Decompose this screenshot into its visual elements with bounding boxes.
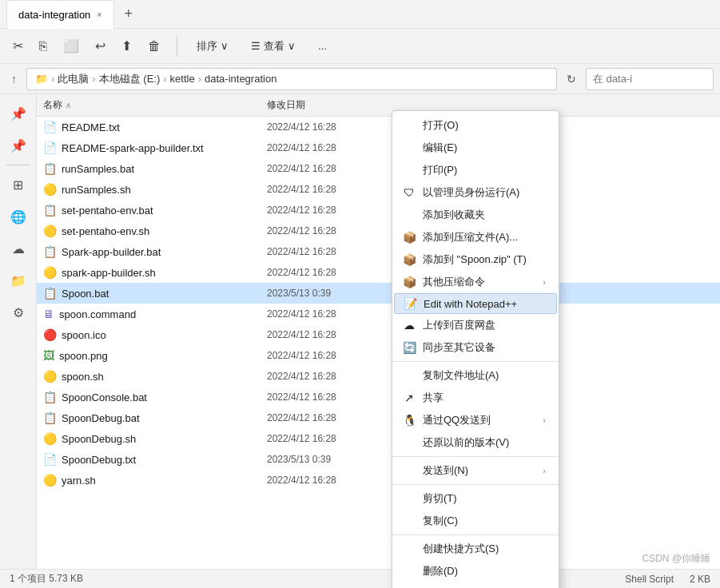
context-menu-item[interactable]: 打开(O)	[392, 114, 559, 137]
refresh-btn[interactable]: ↻	[562, 70, 581, 88]
sidebar-folder2-icon[interactable]: 📁	[6, 268, 31, 293]
sidebar-cloud-icon[interactable]: ☁	[6, 236, 31, 261]
paste-icon[interactable]: ⬜	[60, 35, 82, 57]
file-label: spoon.command	[59, 308, 136, 320]
file-row[interactable]: 🟡 yarn.sh 2022/4/12 16:28	[37, 470, 720, 491]
file-name: 📄 SpoonDebug.txt	[37, 453, 261, 466]
crumb-current[interactable]: data-integration	[205, 73, 276, 85]
context-menu-item[interactable]: 📝Edit with Notepad++	[394, 293, 557, 314]
sidebar: 📌 📌 ⊞ 🌐 ☁ 📁 ⚙	[0, 94, 37, 569]
context-menu-item[interactable]: 删除(D)	[392, 560, 559, 582]
undo-icon[interactable]: ↩	[92, 35, 109, 57]
submenu-arrow-icon: ›	[543, 415, 546, 425]
sidebar-pin2-icon[interactable]: 📌	[6, 133, 31, 158]
file-row[interactable]: 📄 README.txt 2022/4/12 16:28	[37, 117, 720, 137]
status-type: Shell Script	[625, 574, 674, 585]
col-header-date[interactable]: 修改日期	[261, 98, 388, 112]
file-row[interactable]: 📋 set-pentaho-env.bat 2022/4/12 16:28	[37, 200, 720, 220]
ctx-item-label: 通过QQ发送到	[423, 413, 491, 427]
ctx-item-label: 其他压缩命令	[423, 275, 485, 289]
move-icon[interactable]: ⬆	[118, 35, 135, 57]
context-menu-item[interactable]: 📦添加到 "Spoon.zip" (T)	[392, 248, 559, 271]
file-date: 2022/4/12 16:28	[261, 184, 388, 195]
file-row[interactable]: 🔴 spoon.ico 2022/4/12 16:28	[37, 324, 720, 345]
up-btn[interactable]: ↑	[6, 70, 22, 88]
more-btn[interactable]: ...	[312, 37, 333, 55]
sort-arrow-icon: ∨	[221, 40, 229, 52]
crumb-computer[interactable]: 此电脑	[58, 72, 89, 86]
context-menu-item[interactable]: 剪切(T)	[392, 487, 559, 510]
sidebar-network-icon[interactable]: 🌐	[6, 204, 31, 229]
context-menu-item[interactable]: 🐧通过QQ发送到›	[392, 409, 559, 431]
file-row[interactable]: 📄 README-spark-app-builder.txt 2022/4/12…	[37, 137, 720, 158]
file-row[interactable]: 🟡 spoon.sh 2022/4/12 16:28	[37, 366, 720, 387]
context-menu-item[interactable]: 还原以前的版本(V)	[392, 431, 559, 454]
crumb-drive[interactable]: 本地磁盘 (E:)	[99, 72, 161, 86]
file-row[interactable]: 🟡 SpoonDebug.sh 2022/4/12 16:28	[37, 428, 720, 449]
file-pane: 名称 ∧ 修改日期 📄 README.txt 2022/4/12 16:28 📄…	[37, 94, 720, 569]
tab-close-btn[interactable]: ×	[97, 10, 101, 19]
file-icon: 📋	[43, 245, 57, 258]
view-arrow-icon: ∨	[288, 40, 296, 52]
file-name: 🟡 spark-app-builder.sh	[37, 266, 261, 279]
cut-icon[interactable]: ✂	[10, 35, 26, 57]
file-row[interactable]: 📋 Spark-app-builder.bat 2022/4/12 16:28	[37, 241, 720, 262]
sidebar-settings-icon[interactable]: ⚙	[6, 300, 31, 325]
file-date: 2022/4/12 16:28	[261, 391, 388, 403]
sidebar-expand-icon[interactable]: ⊞	[6, 172, 31, 197]
sidebar-pin-icon[interactable]: 📌	[6, 101, 31, 126]
file-row[interactable]: 🖥 spoon.command 2022/4/12 16:28	[37, 304, 720, 324]
context-menu-item[interactable]: 添加到收藏夹	[392, 204, 559, 226]
context-menu-item[interactable]: ↗共享	[392, 387, 559, 409]
file-name: 🖼 spoon.png	[37, 349, 261, 362]
sort-btn[interactable]: 排序 ∨	[190, 36, 235, 57]
file-label: spoon.ico	[62, 329, 106, 341]
ctx-item-label: 还原以前的版本(V)	[423, 435, 509, 450]
file-row[interactable]: 📋 SpoonConsole.bat 2022/4/12 16:28	[37, 387, 720, 407]
view-label: 查看	[264, 39, 284, 54]
context-menu-item[interactable]: ☁上传到百度网盘	[392, 314, 559, 336]
path-bar[interactable]: 📁 › 此电脑 › 本地磁盘 (E:) › kettle › data-inte…	[26, 68, 557, 90]
file-row[interactable]: 📋 runSamples.bat 2022/4/12 16:28	[37, 158, 720, 179]
ctx-item-label: 发送到(N)	[423, 463, 468, 478]
file-row[interactable]: 📄 SpoonDebug.txt 2023/5/13 0:39	[37, 449, 720, 470]
file-name: 🔴 spoon.ico	[37, 328, 261, 341]
context-menu-item[interactable]: 📦其他压缩命令›	[392, 271, 559, 293]
file-date: 2022/4/12 16:28	[261, 142, 388, 153]
view-btn[interactable]: ☰ 查看 ∨	[245, 36, 302, 57]
file-icon: 🟡	[43, 370, 57, 383]
col-header-name[interactable]: 名称 ∧	[37, 98, 261, 112]
file-name: 🟡 spoon.sh	[37, 370, 261, 383]
context-menu-item[interactable]: 复制文件地址(A)	[392, 364, 559, 387]
copy-icon[interactable]: ⎘	[36, 36, 50, 57]
crumb-kettle[interactable]: kettle	[170, 73, 195, 85]
context-menu-item[interactable]: 🔄同步至其它设备	[392, 336, 559, 359]
context-menu-item[interactable]: 打印(P)	[392, 159, 559, 181]
file-row[interactable]: 📋 Spoon.bat 2023/5/13 0:39	[37, 283, 720, 304]
file-icon: 🟡	[43, 224, 57, 237]
toolbar-separator-1	[177, 37, 177, 56]
context-menu-item[interactable]: 重命名(M)	[392, 582, 559, 588]
active-tab[interactable]: data-integration ×	[6, 0, 114, 29]
context-menu-item[interactable]: 编辑(E)	[392, 137, 559, 159]
search-input[interactable]	[586, 68, 714, 90]
file-row[interactable]: 🟡 spark-app-builder.sh 2022/4/12 16:28	[37, 262, 720, 283]
file-name: 🟡 SpoonDebug.sh	[37, 432, 261, 445]
delete-icon[interactable]: 🗑	[145, 36, 164, 57]
context-menu-item[interactable]: 复制(C)	[392, 510, 559, 532]
file-row[interactable]: 🖼 spoon.png 2022/4/12 16:28	[37, 345, 720, 366]
ctx-item-icon: ↗	[402, 391, 416, 404]
context-menu-item[interactable]: 发送到(N)›	[392, 459, 559, 482]
file-label: yarn.sh	[62, 475, 96, 487]
file-date: 2022/4/12 16:28	[261, 246, 388, 257]
file-row[interactable]: 📋 SpoonDebug.bat 2022/4/12 16:28	[37, 407, 720, 428]
ctx-item-label: 同步至其它设备	[423, 340, 495, 355]
file-label: SpoonDebug.sh	[62, 433, 136, 445]
new-tab-btn[interactable]: +	[117, 3, 140, 26]
context-menu-item[interactable]: 🛡以管理员身份运行(A)	[392, 181, 559, 204]
context-menu-item[interactable]: 创建快捷方式(S)	[392, 538, 559, 560]
context-menu-item[interactable]: 📦添加到压缩文件(A)...	[392, 226, 559, 248]
file-row[interactable]: 🟡 runSamples.sh 2022/4/12 16:28	[37, 179, 720, 200]
file-row[interactable]: 🟡 set-pentaho-env.sh 2022/4/12 16:28	[37, 220, 720, 241]
ctx-item-icon: ☁	[402, 319, 416, 332]
